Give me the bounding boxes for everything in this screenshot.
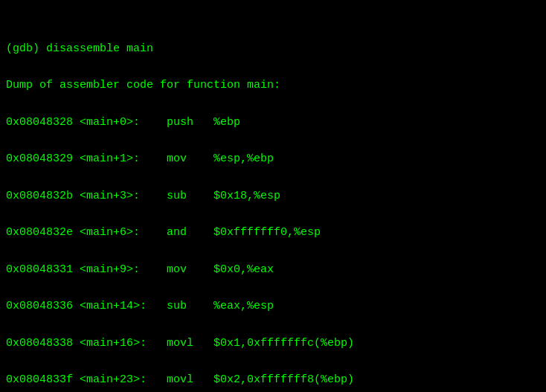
line-7: 0x08048336 <main+14>: sub %eax,%esp	[6, 298, 540, 316]
line-4: 0x0804832b <main+3>: sub $0x18,%esp	[6, 187, 540, 206]
line-0: (gdb) disassemble main	[6, 40, 540, 59]
line-5: 0x0804832e <main+6>: and $0xfffffff0,%es…	[6, 224, 540, 242]
terminal-window[interactable]: (gdb) disassemble main Dump of assembler…	[0, 0, 546, 392]
line-6: 0x08048331 <main+9>: mov $0x0,%eax	[6, 261, 540, 280]
line-3: 0x08048329 <main+1>: mov %esp,%ebp	[6, 150, 540, 169]
line-1: Dump of assembler code for function main…	[6, 77, 540, 95]
line-9: 0x0804833f <main+23>: movl $0x2,0xffffff…	[6, 371, 540, 390]
line-2: 0x08048328 <main+0>: push %ebp	[6, 114, 540, 132]
line-8: 0x08048338 <main+16>: movl $0x1,0xffffff…	[6, 335, 540, 353]
